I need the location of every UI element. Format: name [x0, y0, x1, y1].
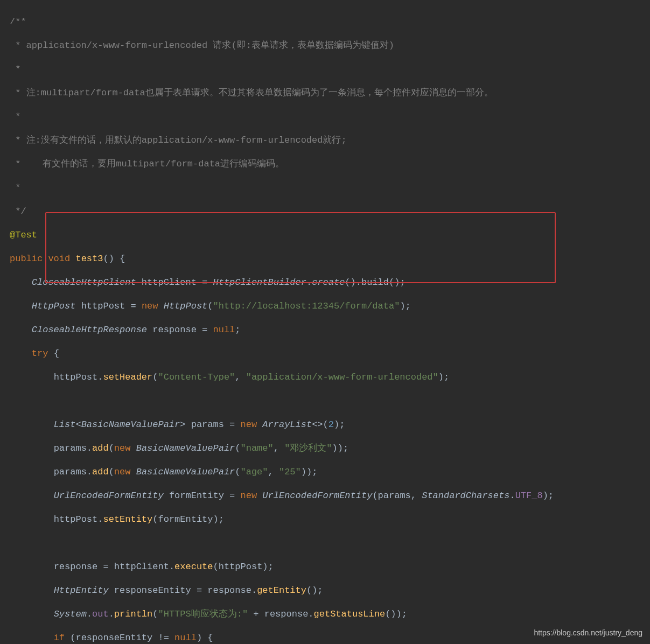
- comment-line: *: [10, 64, 650, 75]
- comment-line: /**: [10, 16, 650, 28]
- comment-line: * 注:没有文件的话，用默认的application/x-www-form-ur…: [10, 135, 650, 146]
- highlight-box: [45, 212, 556, 283]
- watermark: https://blog.csdn.net/justry_deng: [534, 627, 642, 639]
- comment-line: * 注:multipart/form-data也属于表单请求。不过其将表单数据编…: [10, 87, 650, 99]
- comment-line: * 有文件的话，要用multipart/form-data进行编码编码。: [10, 158, 650, 170]
- comment-line: *: [10, 182, 650, 194]
- annotation: @Test: [10, 230, 37, 240]
- code-editor: /** * application/x-www-form-urlencoded …: [0, 0, 650, 644]
- comment-line: * application/x-www-form-urlencoded 请求(即…: [10, 40, 650, 52]
- comment-line: *: [10, 111, 650, 123]
